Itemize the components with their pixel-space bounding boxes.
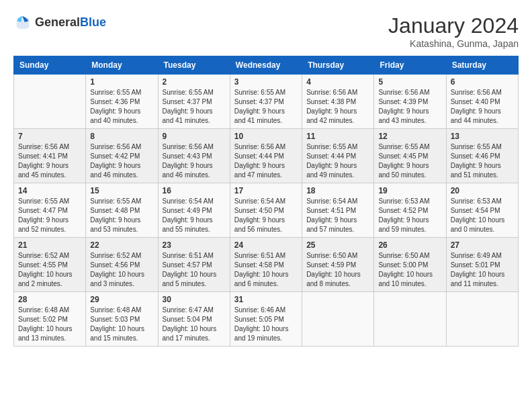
calendar-cell: 12Sunrise: 6:55 AMSunset: 4:45 PMDayligh… [374,129,446,183]
day-info: Sunrise: 6:55 AMSunset: 4:47 PMDaylight:… [18,197,81,234]
day-number: 22 [90,240,153,250]
calendar-cell: 9Sunrise: 6:56 AMSunset: 4:43 PMDaylight… [158,129,230,183]
calendar-cell: 7Sunrise: 6:56 AMSunset: 4:41 PMDaylight… [14,129,86,183]
day-info: Sunrise: 6:56 AMSunset: 4:43 PMDaylight:… [163,142,226,180]
day-number: 4 [306,77,369,87]
day-number: 15 [90,186,153,195]
calendar-cell: 21Sunrise: 6:52 AMSunset: 4:55 PMDayligh… [14,238,86,292]
calendar-title: January 2024 [388,13,519,38]
day-info: Sunrise: 6:55 AMSunset: 4:37 PMDaylight:… [163,88,226,126]
day-number: 23 [163,240,226,250]
day-number: 6 [451,77,514,87]
day-number: 24 [234,240,298,250]
day-number: 18 [306,186,369,195]
day-info: Sunrise: 6:56 AMSunset: 4:41 PMDaylight:… [18,142,81,180]
calendar-week-row: 7Sunrise: 6:56 AMSunset: 4:41 PMDaylight… [14,129,519,183]
calendar-cell [446,292,518,347]
day-info: Sunrise: 6:48 AMSunset: 5:03 PMDaylight:… [90,306,153,343]
day-info: Sunrise: 6:55 AMSunset: 4:48 PMDaylight:… [90,197,153,234]
day-info: Sunrise: 6:51 AMSunset: 4:58 PMDaylight:… [234,251,298,289]
calendar-cell: 5Sunrise: 6:56 AMSunset: 4:39 PMDaylight… [374,75,446,129]
calendar-cell: 16Sunrise: 6:54 AMSunset: 4:49 PMDayligh… [158,183,230,238]
calendar-cell [374,292,446,347]
day-header-tuesday: Tuesday [158,56,230,75]
calendar-cell: 25Sunrise: 6:50 AMSunset: 4:59 PMDayligh… [302,238,374,292]
calendar-cell: 2Sunrise: 6:55 AMSunset: 4:37 PMDaylight… [158,75,230,129]
day-info: Sunrise: 6:50 AMSunset: 5:00 PMDaylight:… [378,251,441,289]
calendar-cell: 13Sunrise: 6:55 AMSunset: 4:46 PMDayligh… [446,129,518,183]
day-number: 12 [378,132,441,141]
calendar-cell: 4Sunrise: 6:56 AMSunset: 4:38 PMDaylight… [302,75,374,129]
day-number: 7 [18,132,81,141]
day-info: Sunrise: 6:46 AMSunset: 5:05 PMDaylight:… [234,306,298,343]
day-info: Sunrise: 6:55 AMSunset: 4:37 PMDaylight:… [234,88,298,126]
day-number: 3 [234,77,298,87]
day-info: Sunrise: 6:50 AMSunset: 4:59 PMDaylight:… [306,251,369,289]
day-number: 27 [451,240,514,250]
calendar-cell: 20Sunrise: 6:53 AMSunset: 4:54 PMDayligh… [446,183,518,238]
page-header: GeneralBlue January 2024 Katashina, Gunm… [13,13,519,49]
day-header-thursday: Thursday [302,56,374,75]
day-info: Sunrise: 6:56 AMSunset: 4:39 PMDaylight:… [378,88,441,126]
day-number: 2 [163,77,226,87]
calendar-cell: 24Sunrise: 6:51 AMSunset: 4:58 PMDayligh… [230,238,302,292]
day-info: Sunrise: 6:56 AMSunset: 4:40 PMDaylight:… [451,88,514,126]
day-number: 19 [378,186,441,195]
day-number: 8 [90,132,153,141]
day-info: Sunrise: 6:49 AMSunset: 5:01 PMDaylight:… [451,251,514,289]
day-number: 14 [18,186,81,195]
day-number: 20 [451,186,514,195]
calendar-cell [302,292,374,347]
day-header-monday: Monday [86,56,158,75]
calendar-week-row: 14Sunrise: 6:55 AMSunset: 4:47 PMDayligh… [14,183,519,238]
day-number: 13 [451,132,514,141]
calendar-cell: 22Sunrise: 6:52 AMSunset: 4:56 PMDayligh… [86,238,158,292]
day-number: 5 [378,77,441,87]
logo-icon [13,13,32,32]
calendar-week-row: 28Sunrise: 6:48 AMSunset: 5:02 PMDayligh… [14,292,519,347]
day-info: Sunrise: 6:54 AMSunset: 4:49 PMDaylight:… [163,197,226,234]
calendar-table: SundayMondayTuesdayWednesdayThursdayFrid… [13,56,519,347]
calendar-cell: 17Sunrise: 6:54 AMSunset: 4:50 PMDayligh… [230,183,302,238]
calendar-cell: 6Sunrise: 6:56 AMSunset: 4:40 PMDaylight… [446,75,518,129]
day-number: 16 [163,186,226,195]
day-number: 1 [90,77,153,87]
day-header-saturday: Saturday [446,56,518,75]
day-info: Sunrise: 6:55 AMSunset: 4:44 PMDaylight:… [306,142,369,180]
calendar-cell: 8Sunrise: 6:56 AMSunset: 4:42 PMDaylight… [86,129,158,183]
calendar-cell: 18Sunrise: 6:54 AMSunset: 4:51 PMDayligh… [302,183,374,238]
day-info: Sunrise: 6:56 AMSunset: 4:42 PMDaylight:… [90,142,153,180]
day-info: Sunrise: 6:48 AMSunset: 5:02 PMDaylight:… [18,306,81,343]
calendar-cell [14,75,86,129]
day-info: Sunrise: 6:55 AMSunset: 4:45 PMDaylight:… [378,142,441,180]
calendar-week-row: 21Sunrise: 6:52 AMSunset: 4:55 PMDayligh… [14,238,519,292]
day-number: 9 [163,132,226,141]
title-block: January 2024 Katashina, Gunma, Japan [388,13,519,49]
calendar-cell: 3Sunrise: 6:55 AMSunset: 4:37 PMDaylight… [230,75,302,129]
day-info: Sunrise: 6:54 AMSunset: 4:51 PMDaylight:… [306,197,369,234]
calendar-subtitle: Katashina, Gunma, Japan [388,38,519,49]
calendar-cell: 10Sunrise: 6:56 AMSunset: 4:44 PMDayligh… [230,129,302,183]
calendar-cell: 15Sunrise: 6:55 AMSunset: 4:48 PMDayligh… [86,183,158,238]
day-info: Sunrise: 6:55 AMSunset: 4:46 PMDaylight:… [451,142,514,180]
day-number: 25 [306,240,369,250]
day-info: Sunrise: 6:47 AMSunset: 5:04 PMDaylight:… [163,306,226,343]
calendar-cell: 30Sunrise: 6:47 AMSunset: 5:04 PMDayligh… [158,292,230,347]
day-info: Sunrise: 6:51 AMSunset: 4:57 PMDaylight:… [163,251,226,289]
day-number: 31 [234,295,298,304]
day-number: 21 [18,240,81,250]
calendar-cell: 26Sunrise: 6:50 AMSunset: 5:00 PMDayligh… [374,238,446,292]
logo-text: GeneralBlue [35,16,106,30]
calendar-cell: 27Sunrise: 6:49 AMSunset: 5:01 PMDayligh… [446,238,518,292]
day-header-row: SundayMondayTuesdayWednesdayThursdayFrid… [14,56,519,75]
day-number: 26 [378,240,441,250]
day-number: 11 [306,132,369,141]
day-number: 30 [163,295,226,304]
day-number: 28 [18,295,81,304]
day-header-wednesday: Wednesday [230,56,302,75]
calendar-cell: 1Sunrise: 6:55 AMSunset: 4:36 PMDaylight… [86,75,158,129]
day-info: Sunrise: 6:54 AMSunset: 4:50 PMDaylight:… [234,197,298,234]
day-info: Sunrise: 6:55 AMSunset: 4:36 PMDaylight:… [90,88,153,126]
calendar-cell: 14Sunrise: 6:55 AMSunset: 4:47 PMDayligh… [14,183,86,238]
calendar-cell: 19Sunrise: 6:53 AMSunset: 4:52 PMDayligh… [374,183,446,238]
